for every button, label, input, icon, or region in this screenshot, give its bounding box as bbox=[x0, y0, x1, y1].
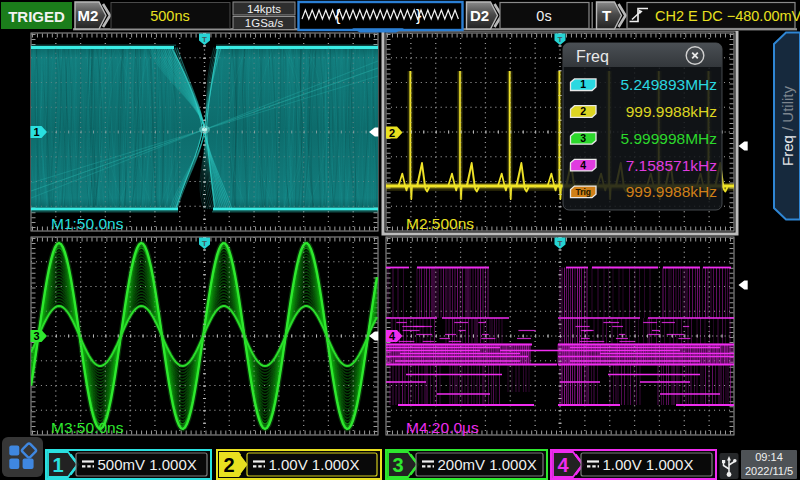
svg-text:T: T bbox=[602, 7, 611, 24]
svg-text:2: 2 bbox=[580, 105, 586, 117]
svg-text:0s: 0s bbox=[536, 8, 551, 24]
svg-text:500ns: 500ns bbox=[150, 8, 190, 24]
svg-text:1.00V 1.000X: 1.00V 1.000X bbox=[269, 456, 360, 473]
svg-text:5.999998MHz: 5.999998MHz bbox=[620, 130, 717, 147]
svg-text:Freq: Freq bbox=[576, 48, 609, 65]
svg-text:{: { bbox=[335, 7, 341, 24]
svg-text:T: T bbox=[202, 35, 207, 44]
svg-text:3: 3 bbox=[392, 454, 403, 476]
svg-text:T: T bbox=[558, 35, 563, 44]
svg-text:4: 4 bbox=[557, 454, 569, 476]
svg-text:5.249893MHz: 5.249893MHz bbox=[620, 76, 717, 93]
svg-text:09:14: 09:14 bbox=[755, 451, 783, 463]
svg-text:2: 2 bbox=[389, 127, 395, 139]
svg-text:1: 1 bbox=[580, 78, 586, 90]
svg-text:14kpts: 14kpts bbox=[247, 3, 281, 15]
svg-text:M2: M2 bbox=[78, 7, 99, 24]
svg-text:CH2 E DC −480.00mV: CH2 E DC −480.00mV bbox=[655, 8, 800, 24]
svg-text:1: 1 bbox=[33, 126, 39, 138]
svg-text:D2: D2 bbox=[470, 7, 489, 24]
svg-text:3: 3 bbox=[33, 330, 39, 342]
svg-text:200mV 1.000X: 200mV 1.000X bbox=[438, 456, 537, 473]
svg-text:2022/11/5: 2022/11/5 bbox=[745, 465, 793, 477]
svg-text:T: T bbox=[558, 239, 563, 248]
svg-text:4: 4 bbox=[580, 159, 586, 171]
svg-text:}: } bbox=[416, 7, 422, 24]
svg-text:M3:50.0ns: M3:50.0ns bbox=[51, 419, 124, 436]
svg-text:999.9988kHz: 999.9988kHz bbox=[626, 103, 717, 120]
svg-text:2: 2 bbox=[223, 454, 234, 476]
svg-text:1: 1 bbox=[52, 454, 63, 476]
svg-text:1GSa/s: 1GSa/s bbox=[245, 17, 284, 29]
svg-text:3: 3 bbox=[580, 132, 586, 144]
svg-text:500mV 1.000X: 500mV 1.000X bbox=[98, 456, 197, 473]
svg-text:Freq / Utility: Freq / Utility bbox=[779, 85, 796, 166]
svg-text:M4:20.0µs: M4:20.0µs bbox=[406, 419, 479, 436]
svg-text:999.9988kHz: 999.9988kHz bbox=[626, 183, 717, 200]
svg-text:TRIGED: TRIGED bbox=[8, 8, 65, 25]
svg-text:7.158571kHz: 7.158571kHz bbox=[626, 157, 717, 174]
svg-text:M1:50.0ns: M1:50.0ns bbox=[51, 215, 124, 232]
svg-text:T: T bbox=[202, 239, 207, 248]
svg-text:4: 4 bbox=[389, 330, 396, 342]
svg-text:Trig: Trig bbox=[575, 187, 591, 197]
svg-text:1.00V 1.000X: 1.00V 1.000X bbox=[603, 456, 694, 473]
svg-text:M2:500ns: M2:500ns bbox=[406, 215, 474, 232]
